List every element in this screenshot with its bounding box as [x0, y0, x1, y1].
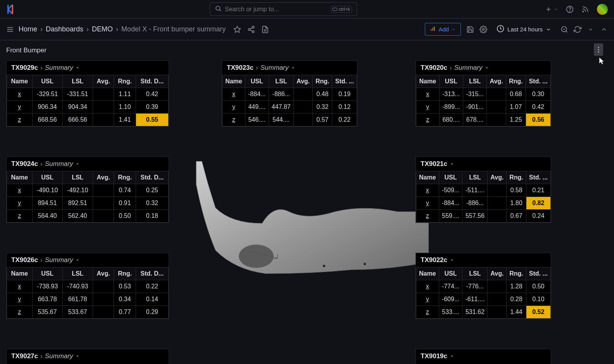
column-header[interactable]: Std. ...: [526, 75, 550, 88]
zoom-out-icon[interactable]: [561, 26, 568, 33]
column-header[interactable]: LSL: [463, 75, 486, 88]
rss-icon[interactable]: [581, 5, 589, 13]
column-header[interactable]: USL: [32, 267, 62, 280]
table-row[interactable]: z 559.... 557.56 0.67 0.24: [416, 210, 551, 223]
column-header[interactable]: USL: [439, 171, 462, 184]
panel-tx9027c[interactable]: TX9027c› Summary: [6, 349, 169, 364]
column-header[interactable]: Rng.: [114, 267, 136, 280]
column-header[interactable]: Std. D...: [136, 75, 168, 88]
table-row[interactable]: x -490.10 -492.10 0.74 0.25: [7, 184, 169, 197]
table-row[interactable]: z 535.67 533.67 0.77 0.29: [7, 306, 169, 319]
document-icon[interactable]: [261, 26, 269, 33]
panel-header[interactable]: TX9027c› Summary: [7, 349, 169, 363]
table-row[interactable]: z 533.... 531.62 1.44 0.52: [416, 306, 551, 319]
panel-tx9021c[interactable]: TX9021c NameUSLLSLAvg.Rng.Std. ... x -50…: [416, 157, 551, 223]
column-header[interactable]: Rng.: [114, 171, 136, 184]
table-row[interactable]: y -884... -886... 1.80 0.82: [416, 197, 551, 210]
star-icon[interactable]: [233, 26, 241, 33]
panel-tx9023c[interactable]: TX9023c› Summary NameUSLLSLAvg.Rng.Std. …: [222, 60, 357, 127]
crumb-demo[interactable]: DEMO: [92, 25, 113, 33]
column-header[interactable]: Rng.: [507, 171, 526, 184]
column-header[interactable]: Name: [7, 75, 33, 88]
table-row[interactable]: z 564.40 562.40 0.50 0.18: [7, 210, 169, 223]
panel-tx9026c[interactable]: TX9026c› Summary NameUSLLSLAvg.Rng.Std. …: [6, 253, 169, 319]
user-avatar[interactable]: [597, 4, 608, 15]
panel-tx9022c[interactable]: TX9022c NameUSLLSLAvg.Rng.Std. ... x -77…: [416, 253, 551, 319]
table-row[interactable]: z 680.... 678.... 1.25 0.56: [416, 114, 551, 126]
column-header[interactable]: Name: [7, 267, 33, 280]
add-new-button[interactable]: [545, 6, 558, 13]
global-search[interactable]: ctrl+k: [210, 2, 357, 16]
share-icon[interactable]: [247, 26, 255, 33]
column-header[interactable]: Name: [222, 75, 245, 88]
add-button[interactable]: Add: [425, 23, 461, 36]
column-header[interactable]: Avg.: [488, 267, 507, 280]
panel-tx9029c[interactable]: TX9029c› Summary NameUSLLSLAvg.Rng.Std. …: [6, 60, 169, 127]
menu-toggle-icon[interactable]: [6, 26, 14, 33]
table-row[interactable]: y -609... -611.... 0.28 0.10: [416, 293, 551, 306]
column-header[interactable]: Std. ...: [526, 171, 550, 184]
save-icon[interactable]: [466, 26, 474, 33]
column-header[interactable]: Std. D...: [136, 171, 168, 184]
refresh-icon[interactable]: [574, 26, 581, 33]
crumb-home[interactable]: Home: [19, 25, 37, 33]
column-header[interactable]: LSL: [62, 267, 93, 280]
column-header[interactable]: LSL: [62, 171, 93, 184]
column-header[interactable]: Std. D...: [136, 267, 168, 280]
column-header[interactable]: USL: [245, 75, 269, 88]
panel-tx9024c[interactable]: TX9024c› Summary NameUSLLSLAvg.Rng.Std. …: [6, 157, 169, 223]
row-title[interactable]: Front Bumper: [6, 47, 608, 54]
table-row[interactable]: y 449.... 447.87 0.32 0.12: [222, 101, 357, 114]
column-header[interactable]: Avg.: [488, 171, 507, 184]
column-header[interactable]: Rng.: [312, 75, 332, 88]
table-row[interactable]: x -884... -886... 0.48 0.19: [222, 88, 357, 101]
panel-tx9019c[interactable]: TX9019c: [416, 349, 551, 364]
column-header[interactable]: Name: [416, 75, 440, 88]
column-header[interactable]: Avg.: [93, 75, 114, 88]
column-header[interactable]: Name: [7, 171, 33, 184]
panel-header[interactable]: TX9020c› Summary: [416, 61, 551, 75]
help-icon[interactable]: [566, 5, 574, 13]
crumb-dashboards[interactable]: Dashboards: [46, 25, 83, 33]
search-input[interactable]: [225, 6, 328, 13]
panel-header[interactable]: TX9019c: [416, 349, 551, 363]
table-row[interactable]: x -509... -511.... 0.58 0.21: [416, 184, 551, 197]
column-header[interactable]: Rng.: [506, 75, 526, 88]
column-header[interactable]: Rng.: [114, 75, 136, 88]
column-header[interactable]: USL: [32, 75, 62, 88]
column-header[interactable]: Avg.: [93, 171, 114, 184]
settings-icon[interactable]: [479, 26, 487, 33]
table-row[interactable]: y 894.51 892.51 0.91 0.32: [7, 197, 169, 210]
panel-header[interactable]: TX9023c› Summary: [222, 61, 357, 75]
table-row[interactable]: y 663.78 661.78 0.34 0.14: [7, 293, 169, 306]
column-header[interactable]: Rng.: [507, 267, 526, 280]
app-logo[interactable]: [6, 4, 17, 15]
table-row[interactable]: y -899... -901... 1.07 0.42: [416, 101, 551, 114]
column-header[interactable]: Std. ...: [332, 75, 357, 88]
column-header[interactable]: LSL: [62, 75, 93, 88]
table-row[interactable]: x -329.51 -331.51 1.11 0.42: [7, 88, 169, 101]
column-header[interactable]: Avg.: [294, 75, 313, 88]
column-header[interactable]: LSL: [269, 75, 293, 88]
column-header[interactable]: Name: [416, 171, 439, 184]
panel-header[interactable]: TX9026c› Summary: [7, 253, 169, 267]
column-header[interactable]: USL: [439, 75, 463, 88]
column-header[interactable]: Avg.: [487, 75, 506, 88]
refresh-dropdown[interactable]: [587, 26, 595, 33]
time-range-picker[interactable]: Last 24 hours: [493, 22, 555, 36]
table-row[interactable]: x -313... -315... 0.68 0.30: [416, 88, 551, 101]
panel-header[interactable]: TX9024c› Summary: [7, 157, 169, 171]
table-row[interactable]: x -738.93 -740.93 0.53 0.22: [7, 280, 169, 293]
panel-header[interactable]: TX9029c› Summary: [7, 61, 169, 75]
column-header[interactable]: Name: [416, 267, 439, 280]
panel-menu-button[interactable]: [594, 43, 603, 56]
column-header[interactable]: LSL: [462, 267, 488, 280]
collapse-icon[interactable]: [600, 26, 608, 33]
panel-tx9020c[interactable]: TX9020c› Summary NameUSLLSLAvg.Rng.Std. …: [416, 60, 551, 127]
table-row[interactable]: y 906.34 904.34 1.10 0.39: [7, 101, 169, 114]
panel-header[interactable]: TX9021c: [416, 157, 551, 171]
column-header[interactable]: Avg.: [93, 267, 114, 280]
column-header[interactable]: USL: [439, 267, 462, 280]
column-header[interactable]: Std. ...: [526, 267, 550, 280]
column-header[interactable]: LSL: [462, 171, 488, 184]
